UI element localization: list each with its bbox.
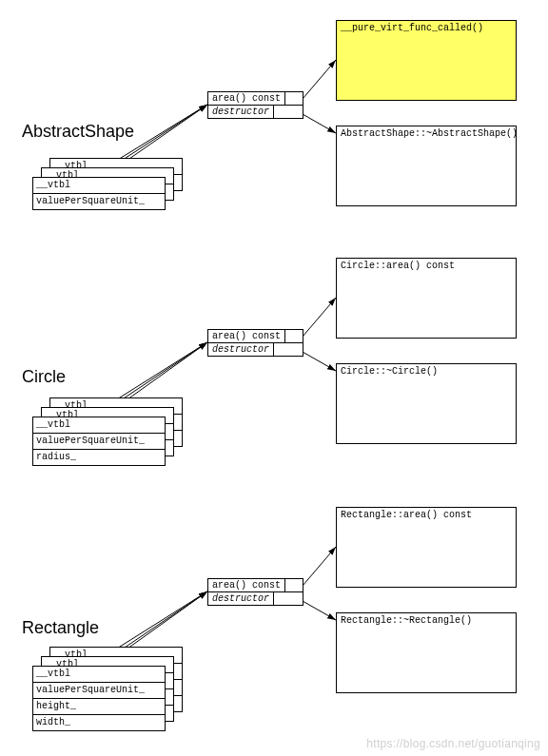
fn-box-rect-dtor: Rectangle::~Rectangle() — [336, 612, 517, 693]
svg-line-8 — [303, 298, 336, 337]
svg-line-3 — [303, 60, 336, 99]
watermark: https://blog.csdn.net/guotianqing — [366, 737, 540, 750]
fn-box-pure-virt: __pure_virt_func_called() — [336, 20, 517, 101]
object-instance: __vtbl valuePerSquareUnit_ — [32, 177, 166, 210]
obj-field: radius_ — [33, 449, 165, 465]
vtable-ptr-cell — [285, 330, 303, 342]
svg-line-4 — [303, 114, 336, 133]
svg-line-14 — [303, 601, 336, 620]
vtable-slot: destructor — [208, 343, 274, 356]
fn-box-circle-area: Circle::area() const — [336, 258, 517, 339]
vtable-ptr-cell — [285, 92, 303, 105]
fn-name: __pure_virt_func_called() — [341, 23, 483, 33]
fn-name: Rectangle::area() const — [341, 510, 472, 520]
fn-name: AbstractShape::~AbstractShape() — [341, 128, 518, 139]
vtable-ptr-cell — [274, 592, 291, 605]
vtable-slot: area() const — [208, 579, 285, 591]
vtable-slot: destructor — [208, 106, 274, 118]
obj-field: __vtbl — [33, 417, 165, 433]
svg-line-9 — [303, 352, 336, 371]
obj-field: valuePerSquareUnit_ — [33, 193, 165, 209]
obj-field: __vtbl — [33, 667, 165, 682]
vtable-slot: destructor — [208, 592, 274, 605]
fn-name: Circle::area() const — [341, 261, 455, 271]
vtable-slot: area() const — [208, 92, 285, 105]
obj-field: height_ — [33, 698, 165, 714]
diagram-stage: AbstractShape __vtbl __vtbl __vtbl value… — [0, 0, 548, 756]
vtable-ptr-cell — [274, 106, 291, 118]
fn-box-rect-area: Rectangle::area() const — [336, 507, 517, 588]
object-instance: __vtbl valuePerSquareUnit_ radius_ — [32, 417, 166, 466]
obj-field: valuePerSquareUnit_ — [33, 433, 165, 449]
class-label-rectangle: Rectangle — [22, 618, 99, 638]
vtable-circle: area() const destructor — [207, 329, 303, 357]
vtable-ptr-cell — [285, 579, 303, 591]
fn-box-abstract-dtor: AbstractShape::~AbstractShape() — [336, 126, 517, 206]
vtable-ptr-cell — [274, 343, 291, 356]
svg-line-13 — [303, 547, 336, 586]
vtable-slot: area() const — [208, 330, 285, 342]
object-instance: __vtbl valuePerSquareUnit_ height_ width… — [32, 666, 166, 731]
fn-box-circle-dtor: Circle::~Circle() — [336, 363, 517, 444]
vtable-rectangle: area() const destructor — [207, 578, 303, 606]
obj-field: width_ — [33, 714, 165, 730]
obj-field: __vtbl — [33, 178, 165, 193]
fn-name: Rectangle::~Rectangle() — [341, 615, 472, 626]
class-label-abstractshape: AbstractShape — [22, 122, 134, 142]
obj-field: valuePerSquareUnit_ — [33, 682, 165, 698]
class-label-circle: Circle — [22, 367, 66, 387]
vtable-abstractshape: area() const destructor — [207, 91, 303, 119]
fn-name: Circle::~Circle() — [341, 366, 438, 377]
